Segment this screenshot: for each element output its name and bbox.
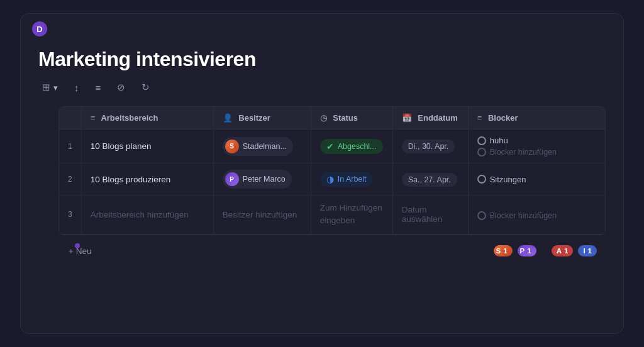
row-3-blocker-add[interactable]: Blocker hinzufügen [477, 211, 596, 220]
chip-i[interactable]: I 1 [578, 245, 597, 256]
row-2-date-cell[interactable]: Sa., 27. Apr. [392, 163, 468, 196]
row-3-owner-cell[interactable]: Besitzer hinzufügen [213, 196, 311, 234]
chip-p-count: 1 [527, 247, 531, 255]
col-status-header[interactable]: ◷ Status [311, 107, 392, 129]
row-3-num: 3 [59, 196, 81, 234]
row-3-task-placeholder: Arbeitsbereich hinzufügen [91, 210, 189, 219]
col-blocker-label: Blocker [488, 113, 518, 123]
toolbar-sort[interactable]: ↕ [70, 80, 83, 95]
row-1-status-cell[interactable]: ✔ Abgeschl... [311, 129, 392, 163]
row-3-date-placeholder: Datum auswählen [402, 205, 443, 224]
row-2-date-badge[interactable]: Sa., 27. Apr. [402, 173, 457, 187]
toolbar-filter[interactable]: ≡ [92, 80, 105, 95]
new-button[interactable]: + Neu [64, 244, 96, 258]
row-2-status-label: In Arbeit [338, 175, 367, 184]
table-body: 1 10 Blogs planen S Stadelman... [59, 129, 605, 234]
chip-a[interactable]: A 1 [552, 245, 574, 256]
owner-chips-group: S 1 P 1 [494, 245, 536, 256]
col-blocker-header[interactable]: ≡ Blocker [468, 107, 605, 129]
automation-icon: ↻ [142, 82, 150, 93]
col-enddatum-header[interactable]: 📅 Enddatum [392, 107, 468, 129]
row-2-task[interactable]: 10 Blogs produzieren [81, 163, 213, 196]
row-1-blocker-cell[interactable]: huhu Blocker hinzufügen [468, 129, 605, 163]
row-3-date-cell[interactable]: Datum auswählen [392, 196, 468, 234]
row-1-task[interactable]: 10 Blogs planen [81, 129, 213, 163]
chip-p-label: P [520, 247, 525, 255]
col-besitzer-header[interactable]: 👤 Besitzer [213, 107, 311, 129]
row-2-owner-badge[interactable]: P Peter Marco [223, 170, 292, 189]
app-logo: D [32, 21, 47, 36]
toolbar-groupview-label: ▾ [53, 83, 58, 92]
row-1-date-badge[interactable]: Di., 30. Apr. [402, 140, 455, 153]
row-1-blocker-main: huhu [490, 136, 508, 145]
row-2-status-badge[interactable]: ◑ In Arbeit [320, 172, 373, 187]
row-3-blocker-cell[interactable]: Blocker hinzufügen [468, 196, 605, 234]
row-2-status-cell[interactable]: ◑ In Arbeit [311, 163, 392, 196]
table-row: 3 Arbeitsbereich hinzufügen Besitzer hin… [59, 196, 605, 234]
row-3-add-circle [477, 211, 486, 220]
row-2-blocker-item: Sitzungen [477, 175, 596, 184]
main-table: ≡ Arbeitsbereich 👤 Besitzer ◷ Status [59, 107, 605, 234]
row-2-blocker-circle [477, 175, 486, 184]
row-3-status-cell[interactable]: Zum Hinzufügen eingeben [311, 196, 392, 234]
toolbar-hidden[interactable]: ⊘ [113, 80, 129, 95]
arbeitsbereich-col-icon: ≡ [91, 113, 96, 123]
row-1-date-cell[interactable]: Di., 30. Apr. [392, 129, 468, 163]
row-1-status-icon: ✔ [326, 141, 334, 151]
toolbar: ⊞ ▾ ↕ ≡ ⊘ ↻ [38, 80, 606, 95]
chip-p[interactable]: P 1 [518, 245, 536, 256]
col-enddatum-label: Enddatum [418, 113, 458, 123]
row-2-owner-name: Peter Marco [243, 175, 286, 184]
page-title: Marketing intensivieren [38, 48, 606, 71]
row-1-blocker-add[interactable]: Blocker hinzufügen [477, 148, 596, 157]
row-2-num: 2 [59, 163, 81, 196]
footer-chips: S 1 P 1 A 1 I 1 [494, 245, 597, 256]
table-row: 2 10 Blogs produzieren P Peter Marco [59, 163, 605, 196]
chip-i-count: 1 [588, 247, 592, 255]
row-1-status-label: Abgeschl... [338, 142, 377, 151]
row-3-status-placeholder: Zum Hinzufügen eingeben [320, 203, 382, 225]
page-content: Marketing intensivieren ⊞ ▾ ↕ ≡ ⊘ ↻ [21, 36, 623, 271]
row-2-owner-cell[interactable]: P Peter Marco [213, 163, 311, 196]
chip-a-count: 1 [564, 247, 568, 255]
row-1-task-name: 10 Blogs planen [91, 141, 152, 151]
row-1-blocker-item: huhu [477, 136, 596, 145]
footer-row: + Neu S 1 P 1 A 1 [38, 235, 606, 258]
row-1-add-label: Blocker hinzufügen [490, 148, 557, 157]
col-besitzer-label: Besitzer [238, 113, 270, 123]
row-1-owner-cell[interactable]: S Stadelman... [213, 129, 311, 163]
row-1-num: 1 [59, 129, 81, 163]
row-2-blocker-main: Sitzungen [490, 175, 526, 184]
col-arbeitsbereich-header[interactable]: ≡ Arbeitsbereich [81, 107, 213, 129]
enddatum-col-icon: 📅 [402, 113, 412, 123]
row-3-blocker-placeholder: Blocker hinzufügen [490, 211, 557, 220]
grid-icon: ⊞ [42, 82, 50, 93]
row-2-blocker-cell[interactable]: Sitzungen [468, 163, 605, 196]
chip-i-label: I [583, 247, 585, 255]
row-1-owner-badge[interactable]: S Stadelman... [223, 137, 293, 156]
table-header: ≡ Arbeitsbereich 👤 Besitzer ◷ Status [59, 107, 605, 129]
row-3-task[interactable]: Arbeitsbereich hinzufügen [81, 196, 213, 234]
chip-s[interactable]: S 1 [494, 245, 513, 256]
col-status-label: Status [333, 113, 358, 123]
col-num-header [59, 107, 81, 129]
app-window: D Marketing intensivieren ⊞ ▾ ↕ ≡ ⊘ ↻ [20, 13, 624, 334]
row-2-task-name: 10 Blogs produzieren [91, 175, 171, 184]
sort-icon: ↕ [74, 82, 79, 93]
row-1-blocker-circle [477, 136, 486, 145]
row-1-avatar: S [225, 140, 239, 153]
chip-a-label: A [557, 247, 562, 255]
row-1-add-circle [477, 148, 486, 157]
chip-s-count: 1 [503, 247, 507, 255]
row-1-owner-name: Stadelman... [243, 142, 287, 151]
row-3-owner-placeholder: Besitzer hinzufügen [223, 210, 297, 219]
row-1-status-badge[interactable]: ✔ Abgeschl... [320, 139, 383, 154]
chip-s-label: S [496, 247, 501, 255]
row-2-avatar: P [225, 172, 239, 186]
table-container: ≡ Arbeitsbereich 👤 Besitzer ◷ Status [38, 106, 606, 235]
col-arbeitsbereich-label: Arbeitsbereich [101, 113, 158, 123]
toolbar-automation[interactable]: ↻ [138, 80, 153, 95]
table-wrapper: ≡ Arbeitsbereich 👤 Besitzer ◷ Status [58, 106, 606, 235]
besitzer-col-icon: 👤 [223, 113, 233, 123]
toolbar-group-view[interactable]: ⊞ ▾ [38, 80, 62, 95]
